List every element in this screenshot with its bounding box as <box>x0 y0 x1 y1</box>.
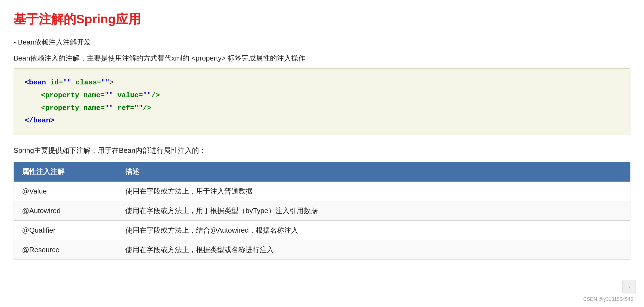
second-description-text: Spring主要提供如下注解，用于在Bean内部进行属性注入的： <box>14 146 630 155</box>
scroll-indicator[interactable]: › <box>622 280 636 293</box>
code-val-name-1: "" <box>105 91 113 99</box>
table-cell-description: 使用在字段或方法上，用于根据类型（byType）注入引用数据 <box>117 201 630 221</box>
code-tag-close-1: > <box>110 78 114 87</box>
code-attr-value: value= <box>117 91 143 99</box>
code-property-2: <property <box>41 104 79 112</box>
table-row: @Qualifier使用在字段或方法上，结合@Autowired，根据名称注入 <box>14 221 630 240</box>
code-val-value: "" <box>143 91 151 99</box>
code-line-1: <bean id="" class=""> <box>25 76 619 89</box>
table-row: @Value使用在字段或方法上，用于注入普通数据 <box>14 182 630 201</box>
code-line-4: </bean> <box>25 114 619 127</box>
code-attr-id: id= <box>50 78 63 87</box>
table-row: @Autowired使用在字段或方法上，用于根据类型（byType）注入引用数据 <box>14 201 630 221</box>
code-val-id: "" <box>63 78 71 87</box>
page-title: 基于注解的Spring应用 <box>14 11 630 28</box>
annotation-table: 属性注入注解 描述 @Value使用在字段或方法上，用于注入普通数据@Autow… <box>14 162 630 260</box>
code-val-class: "" <box>101 78 110 87</box>
table-cell-description: 使用在字段或方法上，结合@Autowired，根据名称注入 <box>117 221 630 240</box>
code-attr-ref: ref= <box>117 104 134 112</box>
code-attr-class: class= <box>76 78 101 87</box>
table-row: @Resource使用在字段或方法上，根据类型或名称进行注入 <box>14 240 630 260</box>
section-label: - Bean依赖注入注解开发 <box>14 37 630 47</box>
table-cell-description: 使用在字段或方法上，根据类型或名称进行注入 <box>117 240 630 260</box>
watermark: CSDN @y3131954546 <box>583 296 633 302</box>
code-self-close-1: /> <box>151 91 160 99</box>
table-cell-annotation: @Resource <box>14 240 117 260</box>
code-tag-open: <bean <box>25 78 46 87</box>
code-self-close-2: /> <box>143 104 151 112</box>
code-tag-close-bean: </bean> <box>25 116 54 125</box>
code-line-2: <property name="" value=""/> <box>25 89 619 102</box>
description-text: Bean依赖注入的注解，主要是使用注解的方式替代xml的 <property> … <box>14 53 630 63</box>
code-block: <bean id="" class=""> <property name="" … <box>14 68 630 135</box>
code-line-3: <property name="" ref=""/> <box>25 102 619 115</box>
table-header-annotation: 属性注入注解 <box>14 162 117 182</box>
code-property-1: <property <box>41 91 79 99</box>
table-cell-description: 使用在字段或方法上，用于注入普通数据 <box>117 182 630 201</box>
code-val-name-2: "" <box>105 104 113 112</box>
code-attr-name-2: name= <box>83 104 105 112</box>
table-header-row: 属性注入注解 描述 <box>14 162 630 182</box>
scroll-icon: › <box>628 284 630 290</box>
table-cell-annotation: @Autowired <box>14 201 117 221</box>
code-attr-name-1: name= <box>83 91 105 99</box>
table-cell-annotation: @Qualifier <box>14 221 117 240</box>
table-header-description: 描述 <box>117 162 630 182</box>
code-val-ref: "" <box>134 104 143 112</box>
table-cell-annotation: @Value <box>14 182 117 201</box>
